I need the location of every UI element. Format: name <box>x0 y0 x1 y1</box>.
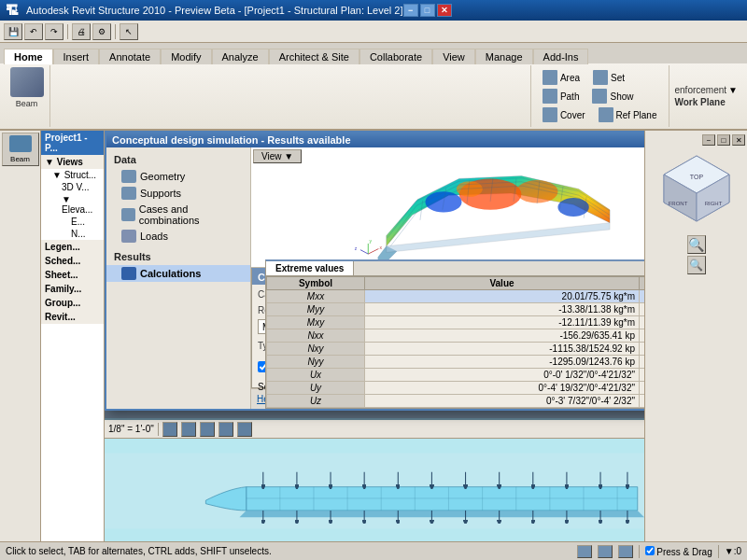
legend-section[interactable]: Legen... <box>41 240 104 254</box>
tab-addins[interactable]: Add-Ins <box>533 49 589 64</box>
zoom-out-button[interactable]: 🔍 <box>687 256 706 274</box>
cell-case: W1+ <box>640 316 645 329</box>
tab-modify[interactable]: Modify <box>161 49 211 64</box>
sched-section[interactable]: Sched... <box>41 254 104 268</box>
table-row[interactable]: Ux 0°-0' 1/32"/0°-4'21/32" W1+ <box>267 369 645 382</box>
bottom-3d-view: 1/8" = 1'-0" <box>105 418 644 541</box>
sheet-section[interactable]: Sheet... <box>41 268 104 282</box>
ribbon-right-group: Area Set Path Show <box>530 65 669 127</box>
right-max-button[interactable]: □ <box>717 134 730 146</box>
zoom-in-button[interactable]: 🔍 <box>687 235 706 254</box>
tab-collaborate[interactable]: Collaborate <box>359 49 432 64</box>
app-window: 🏗 Autodesk Revit Structure 2010 - Previe… <box>0 0 747 560</box>
eleva-item[interactable]: ▼ Eleva... <box>41 193 104 216</box>
table-row[interactable]: Nxx -156.29/635.41 kp W1+ <box>267 329 645 343</box>
ribbon-right-row1: Area Set <box>539 69 661 86</box>
views-section[interactable]: ▼ Views <box>41 155 104 169</box>
tab-annotate[interactable]: Annotate <box>99 49 161 64</box>
status-icon2[interactable] <box>598 545 613 558</box>
table-row[interactable]: Nyy -1295.09/1243.76 kp W1+ <box>267 356 645 369</box>
table-row[interactable]: Uy 0°-4' 19/32"/0°-4'21/32" W1+ <box>267 382 645 395</box>
tab-view[interactable]: View <box>432 49 475 64</box>
table-row[interactable]: Nxy -1115.38/1524.92 kp W1+ <box>267 343 645 356</box>
beam-tool[interactable]: Beam <box>2 133 39 166</box>
tab-manage[interactable]: Manage <box>475 49 533 64</box>
tab-insert[interactable]: Insert <box>53 49 100 64</box>
print-button[interactable]: 🖨 <box>72 23 91 40</box>
area-button[interactable]: Area <box>539 69 584 86</box>
cursor-button[interactable]: ↖ <box>120 23 138 40</box>
status-right: Press & Drag ▼:0 <box>577 545 742 558</box>
close-button[interactable]: ✕ <box>437 4 452 17</box>
content-area: Beam Project1 - P... ▼ Views ▼ Struct...… <box>0 131 747 541</box>
cell-symbol: Nyy <box>267 356 365 369</box>
orbit-icon[interactable] <box>218 422 233 437</box>
table-row[interactable]: Myy -13.38/11.38 kg*m W1+ <box>267 303 645 316</box>
minimize-button[interactable]: − <box>403 4 418 17</box>
path-button[interactable]: Path <box>539 88 584 105</box>
path-icon <box>543 89 557 104</box>
table-row[interactable]: Mxx 20.01/75.75 kg*m W1+ <box>267 290 645 303</box>
project-browser: Project1 - P... ▼ Views ▼ Struct... 3D V… <box>41 131 105 541</box>
cover-button[interactable]: Cover <box>539 106 589 123</box>
results-table: Symbol Value Case Mxx 20.01/75.75 kg*m <box>266 276 644 408</box>
3dv-item[interactable]: 3D V... <box>41 181 104 193</box>
loads-item[interactable]: Loads <box>106 228 250 245</box>
zoom-icon[interactable] <box>181 422 196 437</box>
set-icon <box>593 70 608 85</box>
right-close-button[interactable]: ✕ <box>732 134 745 146</box>
cases-icon <box>121 208 135 221</box>
beam-icon <box>10 67 44 97</box>
group-section[interactable]: Group... <box>41 296 104 310</box>
show-button[interactable]: Show <box>588 88 637 105</box>
view-cube[interactable]: TOP FRONT RIGHT <box>659 151 734 226</box>
pan-icon[interactable] <box>200 422 215 437</box>
extreme-values-tab[interactable]: Extreme values <box>266 261 354 275</box>
cell-symbol: Uy <box>267 382 365 395</box>
view3d-icon[interactable] <box>237 422 252 437</box>
main-view-area: Conceptual design simulation - Results a… <box>105 131 644 411</box>
results-tabs: Extreme values <box>266 261 644 276</box>
calculations-item[interactable]: Calculations <box>106 265 250 282</box>
cell-case: W1+ <box>640 303 645 316</box>
family-section[interactable]: Family... <box>41 282 104 296</box>
titlebar-title: Autodesk Revit Structure 2010 - Preview … <box>26 5 403 16</box>
press-drag-label: Press & Drag <box>645 546 712 557</box>
tab-home[interactable]: Home <box>4 49 53 64</box>
n-item[interactable]: N... <box>41 228 104 240</box>
ribbon: Beam Area Set Path <box>0 63 747 131</box>
save-button[interactable]: 💾 <box>4 23 22 40</box>
camera-icon[interactable] <box>162 422 177 437</box>
e-item[interactable]: E... <box>41 216 104 228</box>
status-icon1[interactable] <box>577 545 592 558</box>
settings-button[interactable]: ⚙ <box>92 23 111 40</box>
dialog-body: Data Geometry Supports Cas <box>106 147 644 409</box>
tab-architect[interactable]: Architect & Site <box>269 49 359 64</box>
beam-label: Beam <box>16 99 38 108</box>
maximize-button[interactable]: □ <box>420 4 435 17</box>
press-drag-checkbox[interactable] <box>645 546 655 555</box>
ribbon-workplane-group: enforcement ▼ Work Plane <box>669 65 744 127</box>
cases-item[interactable]: Cases and combinations <box>106 202 250 228</box>
right-min-button[interactable]: − <box>702 134 715 146</box>
supports-item[interactable]: Supports <box>106 185 250 202</box>
cell-symbol: Nxx <box>267 329 365 343</box>
view-button[interactable]: View ▼ <box>253 149 302 163</box>
scale-label-bottom: 1/8" = 1'-0" <box>108 424 154 434</box>
undo-button[interactable]: ↶ <box>24 23 43 40</box>
table-row[interactable]: Mxy -12.11/11.39 kg*m W1+ <box>267 316 645 329</box>
struct-item[interactable]: ▼ Struct... <box>41 169 104 181</box>
cell-value: 0°-4' 19/32"/0°-4'21/32" <box>365 382 640 395</box>
project-browser-content: ▼ Views ▼ Struct... 3D V... ▼ Eleva... E… <box>41 155 104 541</box>
status-icon3[interactable] <box>618 545 633 558</box>
statusbar: Click to select, TAB for alternates, CTR… <box>0 541 747 560</box>
tab-analyze[interactable]: Analyze <box>212 49 269 64</box>
set-button[interactable]: Set <box>589 69 628 86</box>
revit-section[interactable]: Revit... <box>41 310 104 324</box>
redo-button[interactable]: ↷ <box>45 23 63 40</box>
table-row[interactable]: Uz 0°-3' 7/32"/0°-4' 2/32" W1+ <box>267 395 645 408</box>
enforcement-dropdown[interactable]: ▼ <box>728 85 738 95</box>
refplane-button[interactable]: Ref Plane <box>595 106 661 123</box>
geometry-item[interactable]: Geometry <box>106 168 250 185</box>
mesh-3d-svg: x y z <box>251 147 644 267</box>
